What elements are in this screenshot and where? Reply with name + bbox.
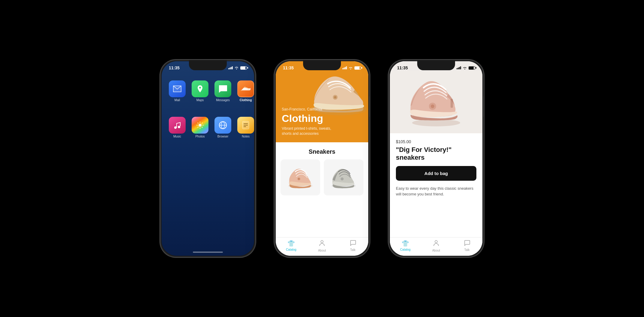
detail-screen: 11:35 bbox=[390, 61, 482, 256]
tab-about-detail[interactable]: About bbox=[421, 240, 452, 252]
signal-bar-4 bbox=[232, 66, 233, 69]
hero-text-block: San-Francisco, California Clothing Vibra… bbox=[282, 107, 342, 136]
signal-bar-1 bbox=[228, 68, 229, 69]
status-time-home: 11:35 bbox=[169, 65, 180, 70]
signal-bar-d1 bbox=[457, 68, 457, 69]
battery-fill-detail bbox=[469, 67, 474, 69]
signal-bar-d4 bbox=[460, 66, 461, 69]
detail-screen-content: 11:35 bbox=[390, 61, 482, 256]
product-card-pink[interactable] bbox=[281, 159, 320, 195]
status-icons-catalog bbox=[342, 66, 361, 70]
about-tab-label: About bbox=[318, 249, 326, 252]
home-screen-content: 11:35 bbox=[162, 61, 254, 256]
svg-point-3 bbox=[199, 124, 202, 127]
photos-label: Photos bbox=[195, 135, 205, 138]
signal-bar-d3 bbox=[459, 67, 460, 69]
app-clothing[interactable]: Clothing bbox=[237, 80, 254, 102]
wifi-icon-catalog bbox=[348, 66, 353, 70]
tab-catalog[interactable]: 👕 Catalog bbox=[276, 240, 307, 252]
signal-bar-c1 bbox=[342, 68, 343, 69]
product-hero-image bbox=[390, 61, 482, 133]
talk-tab-label: Talk bbox=[350, 248, 356, 252]
app-messages[interactable]: Messages bbox=[214, 80, 231, 102]
status-time-catalog: 11:35 bbox=[283, 65, 294, 70]
svg-point-2 bbox=[178, 126, 180, 128]
notes-app-icon bbox=[237, 117, 254, 134]
catalog-screen-content: 11:35 bbox=[276, 61, 368, 256]
tab-bar-detail: 👕 Catalog About bbox=[390, 237, 482, 256]
music-app-icon bbox=[169, 117, 186, 134]
product-detail-content: $105.00 "Dig For Victory!" sneakers Add … bbox=[390, 133, 482, 237]
app-mail[interactable]: Mail bbox=[169, 80, 186, 102]
svg-point-20 bbox=[431, 104, 434, 108]
hero-title: Clothing bbox=[282, 113, 342, 124]
signal-bars-icon bbox=[228, 66, 233, 69]
app-music[interactable]: Music bbox=[169, 117, 186, 138]
svg-point-16 bbox=[341, 177, 344, 180]
catalog-tab-label-detail: Catalog bbox=[400, 248, 410, 251]
about-tab-label-detail: About bbox=[432, 249, 440, 252]
battery-icon bbox=[240, 66, 247, 70]
tab-catalog-detail[interactable]: 👕 Catalog bbox=[390, 240, 421, 252]
app-browser[interactable]: Browser bbox=[214, 117, 231, 138]
signal-bar-c2 bbox=[344, 68, 345, 69]
scene: 11:35 bbox=[148, 47, 496, 270]
clothing-app-icon bbox=[237, 80, 254, 97]
signal-bar-c4 bbox=[346, 66, 347, 69]
phone-detail: 11:35 bbox=[388, 59, 484, 258]
app-grid-row1: Mail Maps bbox=[162, 74, 254, 108]
app-notes[interactable]: Notes bbox=[237, 117, 254, 138]
add-to-bag-button[interactable]: Add to bag bbox=[396, 166, 476, 181]
status-icons-home bbox=[228, 66, 247, 70]
product-name: "Dig For Victory!" sneakers bbox=[396, 146, 476, 162]
wifi-icon-detail bbox=[463, 66, 467, 70]
tab-talk-detail[interactable]: Talk bbox=[451, 240, 482, 252]
signal-bar-3 bbox=[231, 67, 232, 69]
status-icons-detail bbox=[457, 66, 475, 70]
browser-label: Browser bbox=[217, 135, 229, 138]
photos-app-icon bbox=[192, 117, 208, 134]
signal-bar-c3 bbox=[345, 67, 346, 69]
sneakers-section-title: Sneakers bbox=[281, 148, 363, 155]
tab-about[interactable]: About bbox=[307, 240, 338, 252]
svg-point-1 bbox=[174, 126, 177, 129]
signal-bar-2 bbox=[229, 68, 230, 69]
catalog-hero: 11:35 bbox=[276, 61, 368, 142]
mail-app-icon bbox=[169, 80, 186, 97]
catalog-screen: 11:35 bbox=[276, 61, 368, 256]
about-tab-icon-detail bbox=[433, 240, 439, 248]
catalog-tab-icon-detail: 👕 bbox=[402, 240, 409, 247]
catalog-content: Sneakers bbox=[276, 142, 368, 237]
clothing-label: Clothing bbox=[240, 98, 252, 102]
app-maps[interactable]: Maps bbox=[192, 80, 208, 102]
talk-tab-icon bbox=[350, 240, 356, 247]
app-grid-row2: Music Photos bbox=[162, 111, 254, 144]
home-indicator bbox=[193, 252, 223, 253]
battery-icon-detail bbox=[469, 66, 475, 70]
talk-tab-label-detail: Talk bbox=[464, 248, 470, 252]
maps-app-icon bbox=[192, 80, 208, 97]
status-bar-catalog: 11:35 bbox=[276, 61, 368, 71]
status-time-detail: 11:35 bbox=[397, 65, 408, 70]
signal-bar-d2 bbox=[458, 68, 459, 69]
phone-catalog: 11:35 bbox=[274, 59, 370, 258]
notes-label: Notes bbox=[242, 135, 250, 138]
tab-bar-catalog: 👕 Catalog About bbox=[276, 237, 368, 256]
tab-talk[interactable]: Talk bbox=[337, 240, 368, 252]
app-photos[interactable]: Photos bbox=[192, 117, 208, 138]
product-price: $105.00 bbox=[396, 139, 476, 144]
status-bar-detail: 11:35 bbox=[390, 61, 482, 71]
product-card-grey[interactable] bbox=[324, 159, 363, 195]
hero-location: San-Francisco, California bbox=[282, 107, 342, 111]
svg-point-17 bbox=[321, 240, 323, 243]
catalog-tab-icon: 👕 bbox=[287, 240, 295, 247]
battery-fill-catalog bbox=[355, 67, 360, 69]
about-tab-icon bbox=[319, 240, 325, 248]
music-label: Music bbox=[173, 135, 181, 138]
messages-label: Messages bbox=[216, 98, 230, 102]
battery-icon-catalog bbox=[354, 66, 361, 70]
mail-label: Mail bbox=[175, 98, 180, 102]
product-description: Easy to wear every day this classic snea… bbox=[396, 186, 476, 197]
browser-app-icon bbox=[214, 117, 231, 134]
signal-bars-catalog bbox=[342, 66, 347, 69]
